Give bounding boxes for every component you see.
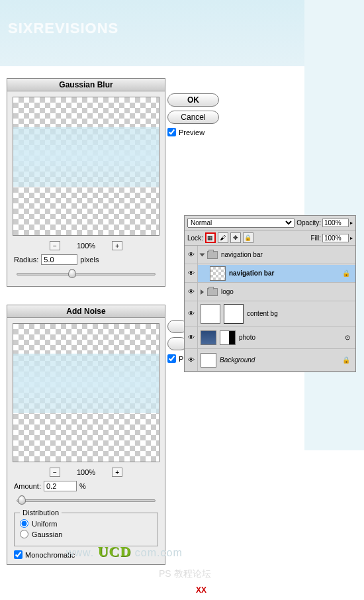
uniform-label: Uniform bbox=[32, 520, 58, 528]
zoom-out-button[interactable]: − bbox=[50, 241, 60, 250]
amount-input[interactable] bbox=[44, 481, 77, 491]
gaussian-blur-dialog: Gaussian Blur − 100% + Radius: pixels OK… bbox=[7, 78, 165, 287]
layer-name: logo bbox=[221, 288, 234, 295]
layer-row[interactable]: 👁 content bg bbox=[185, 301, 355, 326]
watermark: www. UCD com.com bbox=[66, 543, 183, 560]
opacity-input[interactable] bbox=[322, 219, 349, 227]
preview-area[interactable] bbox=[13, 323, 159, 462]
layer-name: photo bbox=[239, 334, 255, 341]
distribution-group: Distribution Uniform Gaussian bbox=[14, 513, 158, 546]
layer-thumbnail[interactable] bbox=[201, 304, 220, 324]
folder-icon bbox=[207, 251, 218, 259]
preview-checkbox[interactable] bbox=[167, 128, 176, 136]
dialog-title: Add Noise bbox=[7, 305, 165, 318]
amount-label: Amount: bbox=[14, 482, 41, 490]
expand-arrow-icon[interactable] bbox=[200, 253, 205, 256]
folder-icon bbox=[207, 288, 218, 296]
gaussian-label: Gaussian bbox=[32, 530, 62, 538]
lock-all-icon[interactable]: 🔒 bbox=[243, 232, 253, 243]
lock-icon: 🔒 bbox=[342, 356, 350, 364]
layer-name: content bg bbox=[247, 310, 278, 317]
ucd-logo: UCD bbox=[98, 543, 132, 560]
mask-thumbnail[interactable] bbox=[224, 304, 244, 324]
visibility-toggle[interactable]: 👁 bbox=[185, 264, 198, 282]
add-noise-dialog: Add Noise − 100% + Amount: % Distributio… bbox=[7, 305, 165, 565]
gaussian-radio[interactable] bbox=[20, 530, 28, 538]
dialog-title: Gaussian Blur bbox=[7, 79, 165, 91]
visibility-toggle[interactable]: 👁 bbox=[185, 283, 198, 301]
uniform-radio[interactable] bbox=[20, 519, 28, 528]
lock-icon: 🔒 bbox=[342, 270, 350, 277]
group-title: Distribution bbox=[20, 509, 62, 517]
visibility-toggle[interactable]: 👁 bbox=[185, 349, 198, 371]
layer-group-row[interactable]: 👁 navigation bar bbox=[185, 246, 355, 264]
zoom-out-button[interactable]: − bbox=[50, 468, 60, 477]
stepper-icon[interactable]: ▸ bbox=[350, 235, 353, 241]
radius-input[interactable] bbox=[41, 254, 77, 265]
zoom-level: 100% bbox=[77, 242, 95, 250]
layer-thumbnail[interactable] bbox=[210, 266, 226, 281]
layer-name: Background bbox=[220, 356, 255, 364]
preview-checkbox[interactable] bbox=[167, 354, 176, 363]
lock-label: Lock: bbox=[187, 234, 203, 242]
lock-position-icon[interactable]: ✥ bbox=[230, 232, 241, 243]
layer-thumbnail[interactable] bbox=[201, 353, 216, 368]
layer-name: navigation bar bbox=[221, 251, 263, 258]
cancel-button[interactable]: Cancel bbox=[167, 111, 219, 124]
layer-thumbnail[interactable] bbox=[201, 330, 216, 345]
radius-label: Radius: bbox=[14, 256, 38, 264]
amount-unit: % bbox=[79, 482, 86, 490]
preview-content bbox=[13, 354, 159, 413]
zoom-in-button[interactable]: + bbox=[112, 468, 122, 477]
visibility-toggle[interactable]: 👁 bbox=[185, 301, 198, 326]
layers-panel: Normal Opacity: ▸ Lock: ▦ 🖌 ✥ 🔒 Fill: ▸ … bbox=[184, 215, 356, 372]
zoom-in-button[interactable]: + bbox=[112, 241, 122, 250]
preview-content bbox=[13, 127, 159, 187]
lock-image-icon[interactable]: 🖌 bbox=[218, 232, 228, 243]
stepper-icon[interactable]: ▸ bbox=[350, 220, 353, 226]
brand-logo: SIXREVISIONS bbox=[8, 20, 118, 37]
visibility-toggle[interactable]: 👁 bbox=[185, 326, 198, 348]
layer-name: navigation bar bbox=[229, 270, 274, 277]
blend-mode-select[interactable]: Normal bbox=[187, 218, 295, 228]
layer-row[interactable]: 👁 navigation bar 🔒 bbox=[185, 264, 355, 283]
visibility-toggle[interactable]: 👁 bbox=[185, 246, 198, 264]
fill-label: Fill: bbox=[310, 234, 321, 242]
layer-row[interactable]: 👁 photo ⊙ bbox=[185, 326, 355, 349]
preview-area[interactable] bbox=[13, 97, 159, 236]
lock-transparent-icon[interactable]: ▦ bbox=[205, 232, 216, 243]
mask-thumbnail[interactable] bbox=[220, 330, 236, 345]
layer-row[interactable]: 👁 Background 🔒 bbox=[185, 349, 355, 372]
amount-slider[interactable] bbox=[17, 495, 156, 506]
layer-group-row[interactable]: 👁 logo bbox=[185, 283, 355, 301]
monochromatic-checkbox[interactable] bbox=[14, 550, 23, 559]
expand-arrow-icon[interactable] bbox=[201, 289, 204, 295]
fill-input[interactable] bbox=[322, 234, 349, 242]
radius-unit: pixels bbox=[80, 256, 99, 264]
xx-text: XX bbox=[196, 585, 206, 595]
opacity-label: Opacity: bbox=[296, 219, 321, 226]
effects-icon[interactable]: ⊙ bbox=[345, 334, 350, 341]
preview-label: Preview bbox=[179, 128, 205, 136]
zoom-level: 100% bbox=[77, 468, 95, 476]
ok-button[interactable]: OK bbox=[167, 93, 219, 107]
radius-slider[interactable] bbox=[17, 269, 156, 279]
ps-forum-text: PS 教程论坛 bbox=[159, 568, 211, 580]
